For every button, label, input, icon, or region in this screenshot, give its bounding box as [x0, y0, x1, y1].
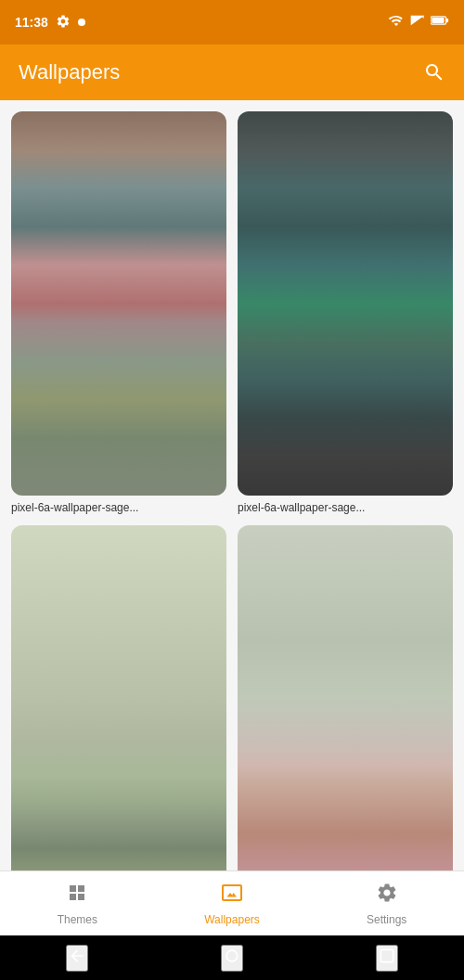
search-button[interactable]: [423, 61, 445, 84]
nav-item-themes[interactable]: Themes: [0, 882, 155, 926]
back-button[interactable]: [66, 945, 88, 972]
wallpaper-name: pixel-6a-wallpaper-sage...: [11, 501, 226, 514]
wallpaper-list-area: pixel-6a-wallpaper-sage... pixel-6a-wall…: [0, 100, 464, 870]
themes-icon: [66, 882, 88, 909]
themes-label: Themes: [58, 913, 97, 926]
wallpaper-thumbnail: [11, 111, 226, 496]
nav-item-settings[interactable]: Settings: [309, 882, 464, 926]
svg-point-3: [226, 950, 238, 961]
wallpaper-grid: pixel-6a-wallpaper-sage... pixel-6a-wall…: [11, 111, 453, 870]
page-title: Wallpapers: [19, 60, 120, 84]
status-right: [388, 12, 449, 32]
wallpaper-item[interactable]: pixel-6a-wallpaper-sage...: [11, 111, 226, 514]
status-left: 11:38: [15, 14, 85, 32]
wallpaper-item[interactable]: [11, 525, 226, 870]
nav-item-wallpapers[interactable]: Wallpapers: [155, 882, 310, 926]
dot-indicator: [78, 19, 85, 26]
wallpapers-label: Wallpapers: [204, 913, 260, 926]
wallpaper-thumbnail: [238, 111, 453, 496]
wallpaper-item[interactable]: pixel-6a-wallpaper-sage...: [238, 111, 453, 514]
signal-icon: [410, 13, 425, 32]
settings-icon: [56, 14, 71, 32]
bottom-nav: Themes Wallpapers Settings: [0, 870, 464, 935]
wallpapers-icon: [221, 882, 243, 909]
recents-button[interactable]: [376, 945, 398, 972]
svg-rect-1: [446, 19, 449, 22]
svg-rect-4: [380, 949, 393, 961]
settings-nav-icon: [376, 882, 398, 909]
wallpaper-thumbnail: [238, 525, 453, 870]
battery-icon: [431, 13, 449, 32]
wifi-icon: [388, 12, 405, 32]
svg-rect-2: [432, 18, 444, 23]
settings-label: Settings: [367, 913, 406, 926]
wallpaper-thumbnail: [11, 525, 226, 870]
wallpaper-name: pixel-6a-wallpaper-sage...: [238, 501, 453, 514]
system-nav-bar: [0, 935, 464, 980]
home-button[interactable]: [221, 945, 243, 972]
status-bar: 11:38: [0, 0, 464, 45]
wallpaper-item[interactable]: [238, 525, 453, 870]
status-time: 11:38: [15, 15, 48, 30]
app-header: Wallpapers: [0, 45, 464, 100]
